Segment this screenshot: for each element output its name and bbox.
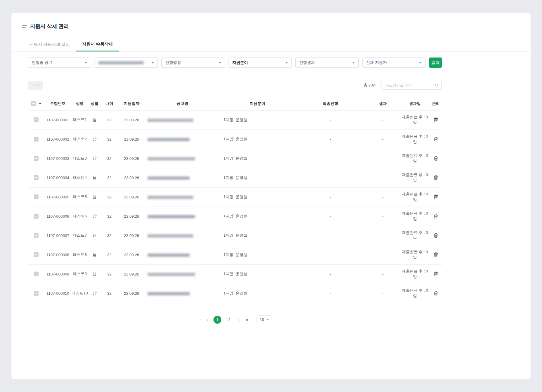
row-checkbox[interactable] xyxy=(34,272,39,276)
row-select-cell xyxy=(28,226,45,245)
row-select-cell xyxy=(28,187,45,207)
announcement-cell xyxy=(145,110,220,129)
gender-cell: 남 xyxy=(89,110,101,129)
row-checkbox[interactable] xyxy=(34,233,39,238)
column-header-age: 나이 xyxy=(101,97,118,110)
gender-cell: 남 xyxy=(89,245,101,264)
gender-cell: 남 xyxy=(89,264,101,284)
row-select-cell xyxy=(28,284,45,303)
final-stage-cell: - xyxy=(295,264,366,284)
age-cell: 32 xyxy=(101,110,118,129)
apply-date-cell: 23.09.26 xyxy=(118,149,145,168)
manage-cell xyxy=(430,226,442,245)
manage-cell xyxy=(430,284,442,303)
page-title: 지원서 삭제 관리 xyxy=(30,23,69,30)
search-button[interactable]: 검색 xyxy=(429,58,442,68)
delete-row-button[interactable] xyxy=(432,290,439,297)
filter-dropdown-4[interactable]: 지원분야 xyxy=(229,58,292,68)
delete-row-button[interactable] xyxy=(432,251,439,258)
filter-value: 전형명칭 xyxy=(165,60,181,65)
apply-date-cell: 23.09.26 xyxy=(118,168,145,187)
announcement-redacted xyxy=(148,234,193,238)
row-checkbox[interactable] xyxy=(34,175,39,180)
row-checkbox[interactable] xyxy=(34,137,39,142)
final-stage-cell: - xyxy=(295,284,366,303)
delete-row-button[interactable] xyxy=(432,232,439,239)
final-stage-cell: - xyxy=(295,187,366,207)
row-checkbox[interactable] xyxy=(34,156,39,161)
row-checkbox[interactable] xyxy=(34,291,39,296)
prev-page-icon[interactable]: ‹ xyxy=(206,317,209,322)
first-page-icon[interactable]: « xyxy=(197,317,201,322)
delete-row-button[interactable] xyxy=(432,213,439,219)
delete-row-button[interactable] xyxy=(432,155,439,162)
chevron-down-icon xyxy=(151,62,154,64)
page-1-button[interactable]: 1 xyxy=(213,316,221,324)
row-checkbox[interactable] xyxy=(34,117,39,122)
exam-number-cell: 1107-000004 xyxy=(45,168,71,187)
elapsed-days-cell: 제출완료 후 : 0 일 xyxy=(400,245,430,264)
filter-dropdown-6[interactable]: 전체 지원자 xyxy=(362,58,425,68)
delete-selected-button[interactable]: 삭제 xyxy=(28,81,43,90)
applied-field-cell: 1지망: 운영셀 xyxy=(220,226,295,245)
apply-date-cell: 23.09.26 xyxy=(118,187,145,207)
table-row: 1107-000004 테스트4 남 32 23.09.26 1지망: 운영셀 … xyxy=(28,168,442,187)
delete-row-button[interactable] xyxy=(432,174,439,181)
page-size-value: 10 xyxy=(260,317,264,322)
filter-dropdown-1[interactable]: 진행중 공고 xyxy=(28,58,91,68)
delete-row-button[interactable] xyxy=(432,270,439,277)
announcement-redacted xyxy=(148,138,190,141)
filter-value: 전형결과 xyxy=(299,60,315,65)
filter-dropdown-2[interactable] xyxy=(95,58,158,68)
announcement-search-input[interactable] xyxy=(385,83,435,88)
row-checkbox[interactable] xyxy=(34,214,39,219)
elapsed-days-cell: 제출완료 후 : 0 일 xyxy=(400,284,430,303)
delete-row-button[interactable] xyxy=(432,135,439,142)
table-row: 1107-000005 테스트5 남 32 23.09.26 1지망: 운영셀 … xyxy=(28,187,442,207)
applied-field-cell: 1지망: 운영셀 xyxy=(220,245,295,264)
tab-auto-delete-settings[interactable]: 지원서 자동삭제 설정 xyxy=(23,38,76,51)
final-stage-cell: - xyxy=(295,226,366,245)
next-page-icon[interactable]: › xyxy=(238,317,241,322)
chevron-down-icon xyxy=(219,62,221,64)
last-page-icon[interactable]: » xyxy=(245,317,249,322)
name-cell: 테스트10 xyxy=(71,284,89,303)
delete-row-button[interactable] xyxy=(432,193,439,200)
elapsed-days-cell: 제출완료 후 : 0 일 xyxy=(400,264,430,284)
tab-manual-delete[interactable]: 지원서 수동삭제 xyxy=(76,38,119,51)
delete-row-button[interactable] xyxy=(432,116,439,123)
name-cell: 테스트4 xyxy=(71,168,89,187)
row-checkbox[interactable] xyxy=(34,252,39,257)
select-all-checkbox[interactable] xyxy=(31,101,36,106)
final-stage-cell: - xyxy=(295,207,366,226)
name-cell: 테스트3 xyxy=(71,149,89,168)
name-cell: 테스트9 xyxy=(71,264,89,284)
announcement-cell xyxy=(145,129,220,149)
select-options-caret-icon[interactable] xyxy=(39,103,42,104)
filter-dropdown-5[interactable]: 전형결과 xyxy=(295,58,359,68)
elapsed-days-cell: 제출완료 후 : 0 일 xyxy=(400,149,430,168)
exam-number-cell: 1107-000008 xyxy=(45,245,71,264)
applied-field-cell: 1지망: 운영셀 xyxy=(220,284,295,303)
column-header-field: 지원분야 xyxy=(220,97,295,110)
row-select-cell xyxy=(28,110,45,129)
search-icon[interactable] xyxy=(435,83,439,88)
table-row: 1107-000006 테스트6 남 32 23.09.26 1지망: 운영셀 … xyxy=(28,207,442,226)
column-header-result: 결과 xyxy=(366,97,400,110)
row-select-cell xyxy=(28,168,45,187)
gender-cell: 남 xyxy=(89,284,101,303)
announcement-redacted xyxy=(148,196,193,199)
column-header-exam_no: 수험번호 xyxy=(45,97,71,110)
page-size-select[interactable]: 10 xyxy=(257,315,272,324)
exam-number-cell: 1107-000006 xyxy=(45,207,71,226)
row-checkbox[interactable] xyxy=(34,194,39,199)
result-cell: - xyxy=(366,187,400,207)
gender-cell: 남 xyxy=(89,207,101,226)
title-row: 지원서 삭제 관리 xyxy=(11,13,531,30)
filter-dropdown-3[interactable]: 전형명칭 xyxy=(161,58,225,68)
page-2-button[interactable]: 2 xyxy=(226,316,233,324)
elapsed-days-cell: 제출완료 후 : 0 일 xyxy=(400,207,430,226)
menu-icon[interactable] xyxy=(22,25,27,28)
exam-number-cell: 1107-000010 xyxy=(45,284,71,303)
final-stage-cell: - xyxy=(295,149,366,168)
